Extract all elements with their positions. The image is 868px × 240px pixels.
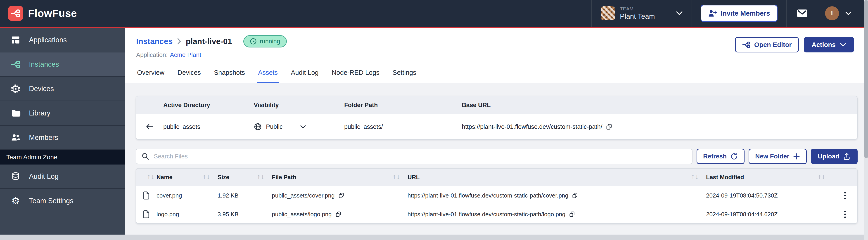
file-path: public_assets/cover.png (272, 192, 335, 199)
user-avatar: fl (825, 6, 839, 20)
directory-name: public_assets (163, 124, 254, 130)
sidebar-item-members[interactable]: Members (0, 126, 125, 150)
search-input[interactable] (154, 153, 687, 160)
sidebar-item-applications[interactable]: Applications (0, 28, 125, 53)
actions-button[interactable]: Actions (804, 37, 854, 53)
new-folder-button[interactable]: New Folder (749, 149, 807, 164)
sidebar-item-audit-log[interactable]: Audit Log (0, 165, 125, 189)
column-header-visibility: Visibility (254, 102, 344, 109)
copy-icon[interactable] (572, 193, 578, 198)
back-arrow-button[interactable] (146, 124, 154, 130)
file-path: public_assets/logo.png (272, 211, 332, 218)
actions-label: Actions (812, 41, 836, 48)
breadcrumb: Instances plant-live-01 running (136, 35, 287, 47)
sidebar-item-label: Library (29, 109, 51, 117)
table-row: cover.png 1.92 KB public_assets/cover.pn… (136, 186, 857, 205)
file-size: 1.92 KB (218, 192, 272, 199)
team-label: TEAM: (620, 6, 655, 11)
instance-tabs: Overview Devices Snapshots Assets Audit … (136, 69, 417, 83)
sort-icon[interactable]: ↑↓ (256, 174, 264, 180)
refresh-icon (730, 152, 738, 160)
top-navbar: FlowFuse TEAM: Plant Team (0, 0, 868, 27)
brand-name: FlowFuse (28, 7, 77, 20)
sidebar-item-label: Instances (29, 60, 59, 68)
chip-icon (10, 84, 21, 94)
mail-icon (797, 9, 808, 18)
page-bottom-band (0, 235, 868, 240)
search-icon (142, 152, 149, 160)
tab-snapshots[interactable]: Snapshots (213, 69, 246, 83)
sidebar-item-label: Devices (29, 85, 54, 93)
tab-audit-log[interactable]: Audit Log (290, 69, 319, 83)
row-menu-kebab-icon[interactable] (842, 190, 848, 201)
tab-overview[interactable]: Overview (136, 69, 165, 83)
chevron-right-icon (177, 38, 181, 44)
visibility-select[interactable]: Public (254, 123, 344, 131)
brand[interactable]: FlowFuse (8, 6, 77, 21)
copy-icon[interactable] (338, 193, 344, 198)
sort-icon[interactable]: ↑↓ (392, 174, 400, 180)
sidebar-item-team-settings[interactable]: ⚙ Team Settings (0, 189, 125, 213)
team-avatar (601, 6, 615, 20)
directory-row: public_assets Public public_assets/ http… (136, 114, 857, 139)
team-selector[interactable]: TEAM: Plant Team (592, 0, 691, 27)
folder-path-value: public_assets/ (344, 124, 462, 130)
column-header-base-url: Base URL (462, 102, 857, 109)
new-folder-label: New Folder (755, 153, 789, 160)
file-icon (143, 210, 150, 218)
tab-assets[interactable]: Assets (257, 69, 279, 83)
files-toolbar: Refresh New Folder Upload (136, 149, 858, 164)
column-header-file-path: File Path (272, 174, 296, 181)
active-directory-panel: Active Directory Visibility Folder Path … (136, 96, 858, 140)
user-plus-icon (708, 9, 717, 18)
invite-members-button[interactable]: Invite Members (701, 5, 778, 22)
tab-devices[interactable]: Devices (177, 69, 202, 83)
copy-icon[interactable] (335, 211, 341, 217)
sort-icon[interactable]: ↑↓ (817, 174, 825, 180)
globe-icon (254, 123, 262, 131)
flowfuse-logo-icon (8, 6, 23, 21)
tab-settings[interactable]: Settings (392, 69, 417, 83)
editor-fork-icon (742, 40, 751, 49)
sidebar-item-label: Applications (29, 36, 67, 44)
users-icon (10, 133, 21, 143)
row-menu-kebab-icon[interactable] (842, 209, 848, 220)
sidebar: Applications Instances Devices (0, 28, 125, 235)
copy-icon[interactable] (569, 211, 575, 217)
column-header-url: URL (407, 174, 420, 181)
breadcrumb-instances-link[interactable]: Instances (136, 37, 173, 46)
scrollbar-thumb[interactable] (864, 0, 868, 158)
instances-icon (10, 60, 21, 69)
tab-node-red-logs[interactable]: Node-RED Logs (331, 69, 380, 83)
play-circle-icon (250, 38, 257, 45)
page-title: plant-live-01 (186, 37, 232, 46)
upload-icon (843, 152, 850, 160)
chevron-down-icon (676, 11, 683, 15)
column-header-last-modified: Last Modified (706, 174, 744, 181)
files-table-header: ↑↓ Name↑↓ Size↑↓ File Path↑↓ URL↑↓ Last … (136, 169, 857, 186)
sidebar-item-library[interactable]: Library (0, 101, 125, 126)
refresh-label: Refresh (703, 153, 727, 160)
notifications-mail-button[interactable] (786, 0, 818, 27)
status-badge-label: running (260, 38, 280, 45)
applications-icon (10, 35, 21, 45)
file-name: logo.png (156, 211, 218, 218)
refresh-button[interactable]: Refresh (696, 149, 745, 164)
scrollbar (864, 0, 868, 240)
sidebar-item-devices[interactable]: Devices (0, 77, 125, 101)
file-name: cover.png (156, 192, 218, 199)
sort-icon[interactable]: ↑↓ (147, 174, 154, 180)
user-menu[interactable]: fl (818, 0, 858, 27)
sidebar-item-label: Members (29, 134, 58, 142)
sidebar-item-instances[interactable]: Instances (0, 53, 125, 77)
sort-icon[interactable]: ↑↓ (202, 174, 210, 180)
application-line: Application: Acme Plant (136, 52, 201, 59)
team-name: Plant Team (620, 12, 655, 21)
application-link[interactable]: Acme Plant (170, 52, 201, 59)
open-editor-button[interactable]: Open Editor (735, 37, 799, 53)
upload-button[interactable]: Upload (811, 149, 858, 164)
copy-icon[interactable] (606, 124, 612, 130)
team-admin-zone-header: Team Admin Zone (0, 150, 125, 165)
sort-icon[interactable]: ↑↓ (691, 174, 699, 180)
open-editor-label: Open Editor (754, 41, 792, 48)
